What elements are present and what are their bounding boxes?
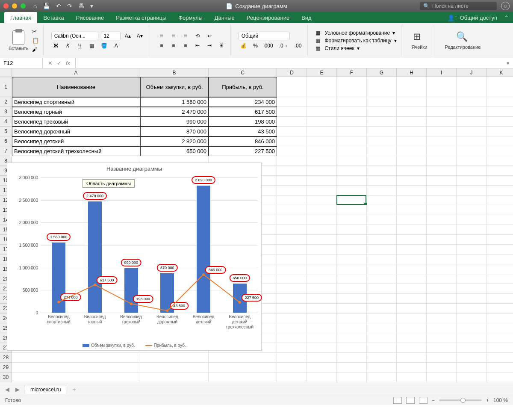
cell[interactable]	[337, 215, 367, 225]
cell[interactable]	[457, 314, 486, 323]
cancel-icon[interactable]: ✕	[48, 60, 53, 66]
maximize-window[interactable]	[21, 3, 26, 9]
cell[interactable]: 2 820 000	[140, 136, 209, 146]
cell[interactable]	[486, 195, 513, 205]
cell[interactable]	[427, 235, 457, 245]
cell[interactable]: 617 500	[209, 107, 277, 117]
col-header-K[interactable]: K	[486, 68, 513, 77]
tab-draw[interactable]: Рисование	[70, 12, 110, 23]
cell[interactable]	[486, 373, 513, 382]
cell[interactable]	[397, 245, 427, 254]
align-center-icon[interactable]: ≡	[169, 41, 178, 49]
row-header-4[interactable]: 4	[0, 117, 12, 127]
cell[interactable]: Велосипед трековый	[12, 117, 140, 127]
cell[interactable]	[337, 333, 367, 343]
user-icon[interactable]: ☺	[501, 2, 510, 10]
cell[interactable]	[397, 314, 427, 323]
cell[interactable]	[337, 264, 367, 274]
normal-view-icon[interactable]	[393, 397, 402, 404]
copy-icon[interactable]: 📋	[32, 37, 39, 44]
cell[interactable]	[277, 107, 307, 117]
cell[interactable]	[397, 117, 427, 127]
cell[interactable]: Объем закупки, в руб.	[140, 77, 209, 97]
cell[interactable]	[277, 225, 307, 235]
cut-icon[interactable]: ✂	[32, 28, 39, 35]
cell[interactable]	[277, 215, 307, 225]
cell[interactable]	[397, 166, 427, 176]
cell[interactable]	[307, 77, 337, 97]
cell[interactable]	[457, 215, 486, 225]
cell[interactable]	[337, 107, 367, 117]
fx-icon[interactable]: fx	[66, 60, 70, 66]
save-icon[interactable]: 💾	[43, 3, 50, 9]
expand-formula-bar-icon[interactable]: ▾	[503, 58, 513, 68]
sheet-prev-icon[interactable]: ◀	[3, 386, 11, 393]
tab-review[interactable]: Рецензирование	[241, 12, 295, 23]
cell[interactable]	[277, 274, 307, 284]
cell[interactable]	[457, 107, 486, 117]
cell[interactable]	[209, 353, 277, 363]
close-window[interactable]	[3, 3, 9, 9]
cell[interactable]	[12, 353, 140, 363]
cell[interactable]	[307, 117, 337, 127]
chart-bar[interactable]	[124, 268, 138, 313]
cell[interactable]	[367, 156, 397, 166]
cell[interactable]	[277, 254, 307, 264]
cell[interactable]	[367, 343, 397, 353]
cell[interactable]	[457, 136, 486, 146]
tab-view[interactable]: Вид	[295, 12, 318, 23]
cell[interactable]	[307, 284, 337, 294]
font-color-icon[interactable]: А	[112, 42, 121, 49]
cell[interactable]	[457, 274, 486, 284]
cell[interactable]	[307, 166, 337, 176]
cell[interactable]	[337, 373, 367, 382]
increase-indent-icon[interactable]: ⇥	[205, 41, 214, 49]
cell[interactable]	[140, 363, 209, 373]
cell[interactable]	[307, 136, 337, 146]
cell[interactable]	[486, 343, 513, 353]
cell[interactable]	[457, 373, 486, 382]
cell[interactable]	[486, 205, 513, 215]
share-button[interactable]: 👤⁺ Общий доступ ⌃	[448, 15, 509, 21]
editing-button[interactable]: 🔍 Редактирование	[442, 31, 483, 50]
cell[interactable]: 870 000	[140, 127, 209, 136]
percent-icon[interactable]: %	[251, 42, 260, 50]
cell[interactable]	[307, 254, 337, 264]
cell[interactable]	[457, 353, 486, 363]
cell[interactable]	[277, 373, 307, 382]
name-box[interactable]: F12	[0, 58, 43, 68]
cell[interactable]	[457, 225, 486, 235]
cell[interactable]	[367, 225, 397, 235]
cell[interactable]	[307, 176, 337, 186]
cell[interactable]	[367, 373, 397, 382]
cell[interactable]	[277, 245, 307, 254]
cell[interactable]: 227 500	[209, 146, 277, 156]
zoom-level[interactable]: 100 %	[493, 397, 508, 403]
cell[interactable]	[307, 294, 337, 304]
cell[interactable]	[486, 274, 513, 284]
cell[interactable]	[457, 127, 486, 136]
cell[interactable]	[307, 373, 337, 382]
col-header-E[interactable]: E	[307, 68, 337, 77]
zoom-slider[interactable]	[439, 399, 482, 401]
cell[interactable]	[307, 264, 337, 274]
cell[interactable]	[427, 97, 457, 107]
cell[interactable]	[277, 264, 307, 274]
cell[interactable]	[427, 225, 457, 235]
page-layout-view-icon[interactable]	[406, 397, 415, 404]
cell[interactable]	[397, 205, 427, 215]
col-header-C[interactable]: C	[209, 68, 277, 77]
cell[interactable]	[427, 333, 457, 343]
sheet-next-icon[interactable]: ▶	[14, 386, 21, 393]
cell[interactable]	[427, 373, 457, 382]
cell[interactable]	[486, 333, 513, 343]
collapse-ribbon-icon[interactable]: ⌃	[504, 15, 509, 21]
merge-icon[interactable]: ⊞	[217, 41, 226, 49]
cell[interactable]	[337, 117, 367, 127]
cell[interactable]	[457, 304, 486, 314]
cell[interactable]	[367, 136, 397, 146]
confirm-icon[interactable]: ✓	[57, 60, 62, 66]
cell[interactable]	[457, 146, 486, 156]
cell[interactable]	[397, 77, 427, 97]
cell[interactable]	[367, 333, 397, 343]
